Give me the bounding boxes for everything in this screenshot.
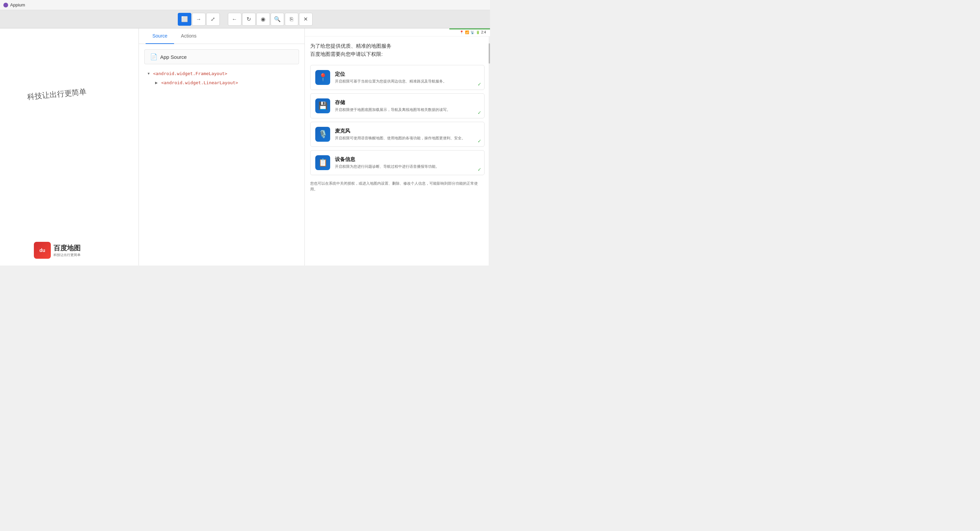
tree-root-item: ▼ <android.widget.FrameLayout> ▶ <androi… <box>144 70 299 87</box>
copy-button[interactable]: ⎘ <box>285 13 298 26</box>
tree-frame-layout-row[interactable]: ▼ <android.widget.FrameLayout> <box>144 70 299 78</box>
permission-card-microphone: 🎙️ 麦克风 开启权限可使用语音唤醒地图、使用地图的各项功能，操作地图更便利、安… <box>310 122 485 147</box>
close-button[interactable]: ✕ <box>299 13 313 26</box>
location-desc: 开启权限可基于当前位置为您提供周边信息、精准路况及导航服务。 <box>335 79 479 84</box>
tree-linear-layout-item: ▶ <android.widget.LinearLayout> <box>153 79 299 87</box>
tree-frame-layout-label: <android.widget.FrameLayout> <box>153 71 227 76</box>
source-content: 📄 App Source ▼ <android.widget.FrameLayo… <box>139 44 304 265</box>
microphone-desc: 开启权限可使用语音唤醒地图、使用地图的各项功能，操作地图更便利、安全。 <box>335 136 479 141</box>
storage-desc: 开启权限便于地图底图加载展示，导航及离线地图等相关数据的读写。 <box>335 107 479 112</box>
eye-button[interactable]: ◉ <box>256 13 270 26</box>
location-title: 定位 <box>335 71 479 78</box>
search-button[interactable]: 🔍 <box>270 13 284 26</box>
back-button[interactable]: ← <box>228 13 242 26</box>
baidu-app-icon: du <box>34 242 51 259</box>
appium-logo: Appium <box>3 2 25 8</box>
device-info-title: 设备信息 <box>335 156 479 163</box>
tree-child-arrow: ▶ <box>155 81 159 84</box>
tab-actions[interactable]: Actions <box>174 29 203 44</box>
storage-icon: 💾 <box>315 98 330 113</box>
device-info-desc: 开启权限为您进行问题诊断、导航过程中进行语音播报等功能。 <box>335 164 479 169</box>
tree-linear-layout-label: <android.widget.LinearLayout> <box>161 80 238 85</box>
main-content: 科技让出行更简单 du 百度地图 科技让出行更简单 Source Actions… <box>0 29 490 265</box>
permission-card-storage: 💾 存储 开启权限便于地图底图加载展示，导航及离线地图等相关数据的读写。 ✓ <box>310 94 485 118</box>
app-source-label: App Source <box>160 54 186 60</box>
status-location-icon: 📍 <box>460 30 464 34</box>
status-battery-icon: 🔋 <box>476 30 480 34</box>
app-source-header: 📄 App Source <box>144 49 299 64</box>
microphone-title: 麦克风 <box>335 128 479 134</box>
footer-note: 您也可以在系统中关闭授权，或进入地图内设置、删除、修改个人信息，可能影响到部分功… <box>310 181 485 192</box>
storage-check: ✓ <box>477 110 482 115</box>
refresh-button[interactable]: ↻ <box>242 13 256 26</box>
device-info-icon: 📋 <box>315 155 330 170</box>
select-button[interactable]: ⬜ <box>178 13 191 26</box>
app-permission-content: 为了给您提供优质、精准的地图服务 百度地图需要向您申请以下权限: 📍 定位 开启… <box>305 36 490 197</box>
location-icon: 📍 <box>315 70 330 85</box>
tab-source[interactable]: Source <box>146 29 174 44</box>
status-signal-icon: 📡 <box>470 30 474 34</box>
permission-card-device-info: 📋 设备信息 开启权限为您进行问题诊断、导航过程中进行语音播报等功能。 ✓ <box>310 150 485 175</box>
location-text: 定位 开启权限可基于当前位置为您提供周边信息、精准路况及导航服务。 <box>335 71 479 84</box>
status-wifi-icon: 📶 <box>465 30 469 34</box>
device-info-check: ✓ <box>477 167 482 172</box>
tree-expand-arrow: ▼ <box>147 72 151 75</box>
right-scrollbar[interactable] <box>488 36 490 265</box>
microphone-check: ✓ <box>477 138 482 144</box>
toolbar: ⬜ → ⤢ ← ↻ ◉ 🔍 ⎘ ✕ <box>0 10 490 29</box>
storage-title: 存储 <box>335 100 479 106</box>
permission-line2: 百度地图需要向您申请以下权限: <box>310 51 383 57</box>
tree-linear-layout-row[interactable]: ▶ <android.widget.LinearLayout> <box>153 79 299 87</box>
location-check: ✓ <box>477 81 482 87</box>
app-title: Appium <box>10 2 25 8</box>
status-time: 2:4 <box>481 30 486 34</box>
status-right: 📍 📶 📡 🔋 2:4 <box>460 30 486 34</box>
baidu-logo-area: du 百度地图 科技让出行更简单 <box>34 242 81 259</box>
baidu-text-area: 百度地图 科技让出行更简单 <box>54 244 81 257</box>
permission-card-location: 📍 定位 开启权限可基于当前位置为您提供周边信息、精准路况及导航服务。 ✓ <box>310 65 485 90</box>
permission-cards: 📍 定位 开启权限可基于当前位置为您提供周边信息、精准路况及导航服务。 ✓ 💾 … <box>310 65 485 175</box>
android-status-bar: 📍 📶 📡 🔋 2:4 <box>305 29 490 36</box>
appium-icon <box>3 3 8 8</box>
resize-button[interactable]: ⤢ <box>206 13 220 26</box>
phone-screen: 科技让出行更简单 du 百度地图 科技让出行更简单 <box>0 29 138 265</box>
baidu-sub-name: 科技让出行更简单 <box>54 253 81 257</box>
baidu-du-text: du <box>39 247 45 253</box>
right-panel: 📍 📶 📡 🔋 2:4 为了给您提供优质、精准的地图服务 百度地图需要向您申请以… <box>305 29 490 265</box>
tree-children: ▶ <android.widget.LinearLayout> <box>153 79 299 87</box>
green-status-bar <box>449 29 490 29</box>
device-info-text: 设备信息 开启权限为您进行问题诊断、导航过程中进行语音播报等功能。 <box>335 156 479 169</box>
middle-panel: Source Actions 📄 App Source ▼ <android.w… <box>139 29 305 265</box>
baidu-main-name: 百度地图 <box>54 244 81 253</box>
top-bar: Appium <box>0 0 490 10</box>
arrow-button[interactable]: → <box>192 13 205 26</box>
microphone-text: 麦克风 开启权限可使用语音唤醒地图、使用地图的各项功能，操作地图更便利、安全。 <box>335 128 479 141</box>
tool-group-select: ⬜ → ⤢ <box>178 13 220 26</box>
right-scrollbar-thumb <box>488 43 490 63</box>
tool-group-nav: ← ↻ ◉ 🔍 ⎘ ✕ <box>228 13 313 26</box>
tab-bar: Source Actions <box>139 29 304 44</box>
microphone-icon: 🎙️ <box>315 127 330 142</box>
document-icon: 📄 <box>150 53 158 60</box>
handwriting-text: 科技让出行更简单 <box>27 87 87 102</box>
left-panel: 科技让出行更简单 du 百度地图 科技让出行更简单 <box>0 29 139 265</box>
storage-text: 存储 开启权限便于地图底图加载展示，导航及离线地图等相关数据的读写。 <box>335 100 479 112</box>
permission-line1: 为了给您提供优质、精准的地图服务 <box>310 43 391 49</box>
permission-title: 为了给您提供优质、精准的地图服务 百度地图需要向您申请以下权限: <box>310 42 485 58</box>
